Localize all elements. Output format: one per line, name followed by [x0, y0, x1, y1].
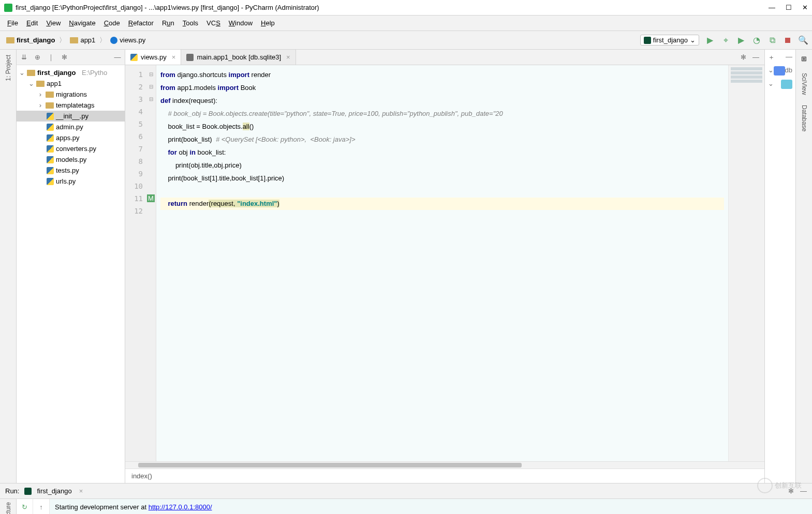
tree-file[interactable]: admin.py: [17, 122, 125, 132]
menu-view[interactable]: View: [43, 18, 64, 28]
tree-file[interactable]: models.py: [17, 154, 125, 165]
target-icon[interactable]: ⊕: [33, 53, 41, 62]
left-tool-strip: 1: Project: [0, 50, 17, 483]
chevron-right-icon: 〉: [99, 36, 106, 45]
debug-button[interactable]: ⌖: [721, 36, 730, 45]
server-url-link[interactable]: http://127.0.0.1:8000/: [149, 503, 212, 511]
gear-icon[interactable]: ✻: [60, 53, 68, 62]
right-tool-strip: ⊞ SciView Database: [795, 50, 812, 483]
run-tab[interactable]: first_django: [37, 487, 71, 495]
hide-icon[interactable]: —: [786, 53, 792, 62]
chevron-down-icon[interactable]: ⌄: [768, 66, 774, 75]
tree-file[interactable]: urls.py: [17, 176, 125, 187]
tree-file[interactable]: converters.py: [17, 143, 125, 154]
tab-project[interactable]: 1: Project: [5, 55, 12, 81]
python-file-icon: [47, 145, 54, 153]
tree-folder[interactable]: ›migrations: [17, 89, 125, 100]
gear-icon[interactable]: ✻: [741, 53, 746, 61]
search-everywhere-button[interactable]: 🔍: [799, 36, 808, 45]
minimize-icon[interactable]: —: [769, 4, 775, 11]
run-button[interactable]: ▶: [705, 36, 715, 45]
menu-help[interactable]: Help: [258, 18, 278, 28]
tab-db[interactable]: main.app1_book [db.sqlite3]×: [181, 50, 296, 65]
collapse-icon[interactable]: ⇊: [20, 53, 28, 62]
profile-button[interactable]: ◔: [752, 36, 761, 45]
hide-icon[interactable]: —: [752, 53, 759, 61]
concurrency-button[interactable]: ⧉: [767, 36, 777, 45]
tree-root[interactable]: ⌄first_django E:\Pytho: [17, 67, 125, 78]
django-icon: [644, 37, 651, 44]
rerun-button[interactable]: ↻: [22, 503, 27, 511]
menu-edit[interactable]: Edit: [23, 18, 41, 28]
tree-folder[interactable]: ›templatetags: [17, 100, 125, 111]
code-breadcrumb[interactable]: index(): [125, 468, 764, 483]
console-output[interactable]: Starting development server at http://12…: [50, 499, 812, 514]
tab-views[interactable]: views.py×: [125, 50, 181, 65]
project-tree[interactable]: ⌄first_django E:\Pytho ⌄app1 ›migrations…: [17, 65, 125, 189]
divide-icon[interactable]: ｜: [47, 53, 55, 62]
stop-button[interactable]: [783, 36, 792, 45]
pycharm-icon: [4, 4, 12, 12]
tab-database[interactable]: Database: [801, 105, 808, 131]
hide-icon[interactable]: —: [113, 53, 122, 62]
chevron-down-icon: ⌄: [690, 36, 696, 44]
python-file-icon: [47, 124, 54, 131]
navigation-bar: first_django 〉 app1 〉 views.py first_dja…: [0, 31, 812, 50]
code-editor[interactable]: 123456789101112 ⊟⊟⊟M from django.shortcu…: [125, 65, 764, 461]
menu-vcs[interactable]: VCS: [203, 18, 224, 28]
database-icon[interactable]: [774, 66, 785, 75]
tree-file[interactable]: tests.py: [17, 165, 125, 176]
chevron-right-icon: 〉: [59, 36, 66, 45]
menu-tools[interactable]: Tools: [180, 18, 201, 28]
menu-navigate[interactable]: Navigate: [66, 18, 98, 28]
folder-icon: [70, 37, 78, 43]
run-panel: Run: first_django × ✻— 7: Structure 2: F…: [0, 483, 812, 514]
django-icon: [24, 488, 32, 495]
folder-icon: [6, 37, 14, 43]
maximize-icon[interactable]: ☐: [786, 4, 792, 11]
menu-window[interactable]: Window: [226, 18, 256, 28]
python-file-icon: [47, 167, 54, 174]
tree-file[interactable]: apps.py: [17, 132, 125, 143]
close-icon[interactable]: ✕: [802, 4, 808, 11]
run-coverage-button[interactable]: ▶: [736, 36, 746, 45]
schema-icon[interactable]: [781, 80, 792, 89]
menu-run[interactable]: Run: [159, 18, 178, 28]
breadcrumb-file[interactable]: views.py: [108, 35, 147, 45]
tab-grid-icon[interactable]: ⊞: [801, 55, 807, 63]
minimap[interactable]: [728, 65, 764, 461]
project-panel: ⇊ ⊕ ｜ ✻ — ⌄first_django E:\Pytho ⌄app1 ›…: [17, 50, 125, 483]
breadcrumb-app[interactable]: app1: [68, 35, 97, 45]
tree-app[interactable]: ⌄app1: [17, 78, 125, 89]
run-toolbar-2: ↑ ↓ ⏎ 🖶 🗑: [33, 499, 50, 514]
menu-bar: File Edit View Navigate Code Refactor Ru…: [0, 16, 812, 31]
code-content[interactable]: from django.shortcuts import render from…: [156, 65, 728, 461]
line-numbers: 123456789101112: [125, 65, 146, 461]
run-label: Run:: [5, 487, 19, 495]
tab-structure[interactable]: 7: Structure: [5, 502, 12, 514]
close-icon[interactable]: ×: [79, 487, 83, 495]
breadcrumb-root[interactable]: first_django: [4, 35, 57, 45]
up-icon[interactable]: ↑: [39, 503, 43, 511]
python-file-icon: [47, 156, 54, 163]
window-title: first_django [E:\PythonProject\first_dja…: [16, 4, 769, 11]
horizontal-scrollbar[interactable]: [125, 461, 764, 468]
python-file-icon: [47, 113, 54, 120]
python-file-icon: [47, 178, 54, 185]
run-toolbar-1: ↻ ■ ☷ ⇄ 📌: [17, 499, 33, 514]
python-file-icon: [47, 134, 54, 142]
close-icon[interactable]: ×: [172, 53, 176, 61]
tab-sciview[interactable]: SciView: [801, 73, 808, 95]
database-side-panel: ＋— ⌄db ⌄: [764, 50, 795, 483]
folder-icon: [46, 102, 54, 109]
menu-refactor[interactable]: Refactor: [125, 18, 157, 28]
python-file-icon: [130, 54, 138, 61]
tree-file[interactable]: __init__.py: [17, 111, 125, 122]
menu-file[interactable]: File: [4, 18, 21, 28]
run-config-selector[interactable]: first_django ⌄: [640, 35, 699, 46]
menu-code[interactable]: Code: [101, 18, 123, 28]
gutter-marks: ⊟⊟⊟M: [146, 65, 156, 461]
add-icon[interactable]: ＋: [768, 53, 775, 62]
editor-tabs: views.py× main.app1_book [db.sqlite3]× ✻…: [125, 50, 764, 65]
close-icon[interactable]: ×: [286, 53, 290, 61]
